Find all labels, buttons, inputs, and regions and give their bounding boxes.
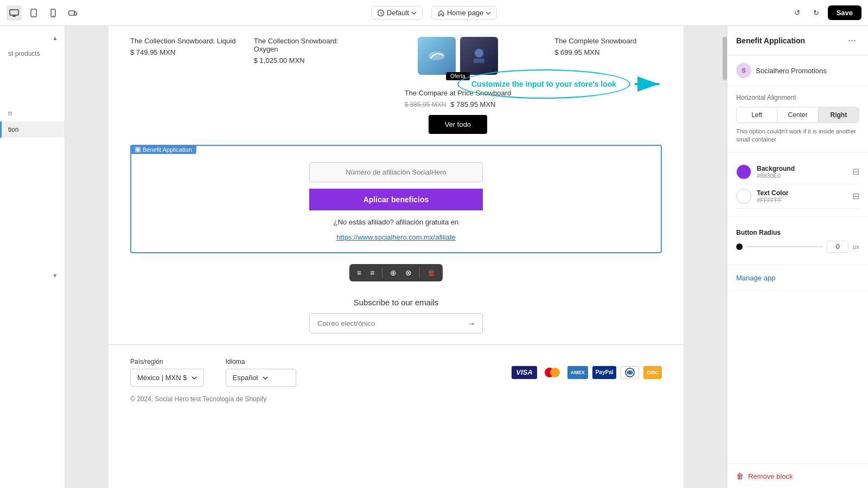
sidebar-item-products[interactable]: st products xyxy=(0,46,65,62)
subscribe-section: Subscribe to our emails → xyxy=(108,287,684,344)
alignment-label: Horizontal Alignment xyxy=(736,94,859,101)
language-select[interactable]: Español xyxy=(226,369,296,387)
customize-text: Customize the input to your store's look xyxy=(471,80,616,88)
bg-color-name: Background xyxy=(757,165,795,172)
app-info-section: S Socialhero Promotions xyxy=(727,55,868,86)
save-button[interactable]: Save xyxy=(828,5,861,20)
toolbar-center: Default Home page xyxy=(371,6,497,20)
device-mobile-icon[interactable] xyxy=(46,5,61,21)
product-price-1: $ 749.95 MXN xyxy=(130,48,238,56)
align-left-tool[interactable]: ≡ xyxy=(355,267,363,278)
language-value: Español xyxy=(233,374,258,382)
sidebar-item-other[interactable]: n xyxy=(0,105,65,121)
svg-rect-10 xyxy=(474,59,484,63)
sidebar-label-3: tion xyxy=(8,126,18,133)
default-dropdown[interactable]: Default xyxy=(371,6,423,20)
alignment-section: Horizontal Alignment Left Center Right T… xyxy=(727,86,868,152)
scroll-down-arrow[interactable]: ▼ xyxy=(52,272,58,279)
paypal-icon: PayPal xyxy=(592,366,617,379)
scrollbar-thumb[interactable] xyxy=(723,37,727,80)
text-color-hex: #FFFFFF xyxy=(757,197,788,203)
default-label: Default xyxy=(387,9,409,17)
arrow-right-icon xyxy=(635,73,667,95)
delete-tool[interactable]: 🗑 xyxy=(425,267,437,278)
manage-app-link[interactable]: Manage app xyxy=(736,274,775,282)
bg-color-swatch[interactable] xyxy=(736,164,751,179)
text-color-labels: Text Color #FFFFFF xyxy=(757,189,788,203)
device-tablet-icon[interactable] xyxy=(26,5,41,21)
homepage-label: Home page xyxy=(447,9,483,17)
text-color-swatch[interactable] xyxy=(736,189,751,204)
affiliate-text: ¿No estás afiliado? afiliación gratuita … xyxy=(334,218,459,226)
app-icon: S xyxy=(736,63,751,78)
panel-menu-button[interactable]: ··· xyxy=(845,34,859,47)
scrollbar-track[interactable] xyxy=(723,26,727,488)
product-name-2: The Collection Snowboard: Oxygen xyxy=(254,37,361,53)
svg-rect-0 xyxy=(10,10,18,15)
country-field: País/región México | MXN $ xyxy=(130,358,204,387)
customize-oval: Customize the input to your store's look xyxy=(457,69,630,99)
product-item-1: The Collection Snowboard: Liquid $ 749.9… xyxy=(130,37,238,56)
text-color-name: Text Color xyxy=(757,189,788,197)
bg-color-stack-icon[interactable]: ⊟ xyxy=(852,166,859,177)
color-section: Background #8830E0 ⊟ Text Color #FFFFFF xyxy=(727,152,868,217)
slider-section: Button Radius px xyxy=(736,224,859,257)
apply-benefits-button[interactable]: Aplicar beneficios xyxy=(309,189,483,210)
prices-row: $ 885.95 MXN $ 785.95 MXN xyxy=(405,100,512,108)
align-center-tool[interactable]: ≡ xyxy=(368,267,376,278)
radius-unit: px xyxy=(853,243,859,250)
align-right-button[interactable]: Right xyxy=(819,107,859,123)
align-center-button[interactable]: Center xyxy=(777,107,818,123)
product-price-4: $ 699.95 MXN xyxy=(554,48,662,56)
align-left-button[interactable]: Left xyxy=(737,107,777,123)
edit-tool[interactable]: ⊗ xyxy=(403,267,414,278)
diners-icon xyxy=(621,366,639,379)
floating-toolbar: ≡ ≡ ⊕ ⊗ 🗑 xyxy=(349,264,443,281)
radius-value-input[interactable] xyxy=(827,241,848,253)
svg-rect-5 xyxy=(69,11,74,15)
remove-block-text: Remove block xyxy=(748,472,793,480)
sidebar-item-benefit[interactable]: tion xyxy=(0,121,65,138)
subscribe-submit-button[interactable]: → xyxy=(461,314,482,333)
footer-top: País/región México | MXN $ Idioma Españo… xyxy=(130,358,662,387)
country-select[interactable]: México | MXN $ xyxy=(130,369,204,387)
toolbar-left-icons xyxy=(7,5,80,21)
text-color-row: Text Color #FFFFFF ⊟ xyxy=(736,184,859,209)
product-price-2: $ 1,025.00 MXN xyxy=(254,56,361,65)
alignment-buttons: Left Center Right xyxy=(736,107,859,123)
remove-block-row[interactable]: 🗑 Remove block xyxy=(727,464,868,488)
discover-icon: DISC xyxy=(643,366,662,379)
homepage-dropdown[interactable]: Home page xyxy=(431,6,497,20)
right-panel: Benefit Application ··· S Socialhero Pro… xyxy=(727,26,868,488)
app-name-label: Socialhero Promotions xyxy=(756,67,827,75)
customize-banner: Customize the input to your store's look xyxy=(457,69,667,99)
benefit-content: Aplicar beneficios ¿No estás afiliado? a… xyxy=(142,157,650,241)
affiliate-link[interactable]: https://www.socialhero.com.mx/afiliate xyxy=(336,233,456,241)
slider-track[interactable] xyxy=(747,246,822,247)
device-alt-icon[interactable] xyxy=(65,5,80,21)
copy-tool[interactable]: ⊕ xyxy=(388,267,399,278)
toolbar-right: ↺ ↻ Save xyxy=(790,5,861,20)
text-color-stack-icon[interactable]: ⊟ xyxy=(852,191,859,201)
mastercard-icon xyxy=(541,366,563,379)
undo-button[interactable]: ↺ xyxy=(790,7,805,19)
page-wrapper: The Collection Snowboard: Liquid $ 749.9… xyxy=(108,26,684,488)
product-name-1: The Collection Snowboard: Liquid xyxy=(130,37,238,45)
slider-handle[interactable] xyxy=(736,243,743,250)
subscribe-input-wrap: → xyxy=(309,313,483,333)
top-toolbar: Default Home page ↺ ↻ Save xyxy=(0,0,868,26)
svg-point-4 xyxy=(53,15,54,16)
affiliate-number-input[interactable] xyxy=(309,162,483,182)
email-input[interactable] xyxy=(310,314,461,333)
alignment-note: This option couldn't work if it is insid… xyxy=(736,127,859,144)
radius-label: Button Radius xyxy=(736,229,859,236)
visa-icon: VISA xyxy=(512,366,537,379)
left-sidebar: ▲ st products n tion ▼ xyxy=(0,26,65,488)
scroll-up-arrow[interactable]: ▲ xyxy=(52,35,58,41)
svg-point-15 xyxy=(629,370,633,375)
affiliate-info: ¿No estás afiliado? afiliación gratuita … xyxy=(334,217,459,227)
redo-button[interactable]: ↻ xyxy=(809,7,824,19)
products-section: The Collection Snowboard: Liquid $ 749.9… xyxy=(108,26,684,145)
ver-todo-button[interactable]: Ver todo xyxy=(429,115,487,134)
device-desktop-icon[interactable] xyxy=(7,5,22,21)
